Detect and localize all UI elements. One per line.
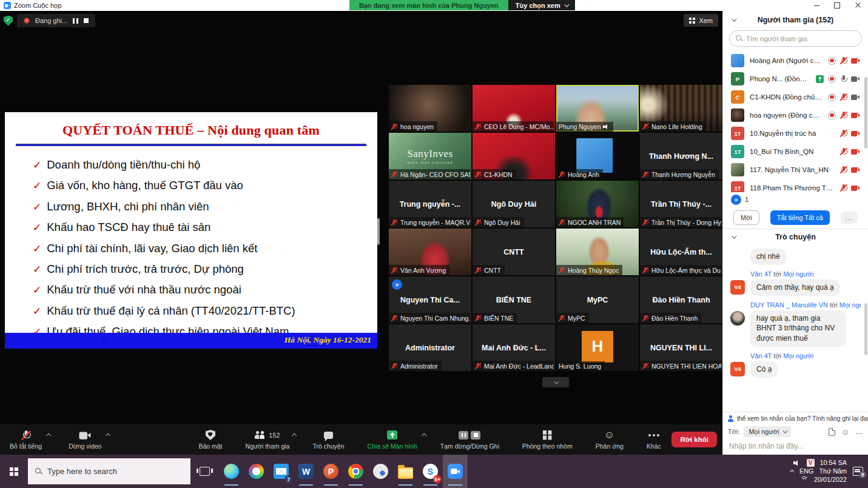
participants-scrollbar[interactable] [864, 77, 867, 149]
camera-icon [79, 431, 91, 440]
video-tile[interactable]: MyPC MyPC [556, 276, 639, 323]
close-button[interactable] [847, 0, 868, 11]
minimize-button[interactable] [806, 0, 827, 11]
muted-mic-icon [642, 267, 648, 273]
taskbar-app-word[interactable]: W [294, 455, 318, 488]
participants-button[interactable]: 152 Người tham gia [244, 430, 291, 450]
reactions-button[interactable]: ☺ Phản ứng [594, 430, 625, 450]
participants-list: Hoàng Anh (Người chủ trì) P Phung N... (… [723, 52, 868, 192]
view-button[interactable]: Xem [684, 14, 718, 27]
taskbar-app-edge[interactable] [219, 455, 244, 488]
video-tile[interactable]: Trần Thị Thúy -... Trần Thị Thúy - Dong … [640, 181, 722, 227]
clock-time[interactable]: 10:54 SA [820, 459, 847, 467]
video-tile[interactable]: Administrator Administrator [389, 324, 471, 371]
video-tile[interactable]: Hoàng Thúy Ngọc [556, 229, 639, 275]
mic-options-caret[interactable] [46, 433, 51, 438]
video-tile[interactable]: Hữu Lộc-Ẩm th... Hữu Lộc-Ẩm thực và Du .… [640, 229, 722, 275]
video-tile[interactable]: Vân Anh Vương [389, 229, 471, 275]
breakout-rooms-button[interactable]: Phòng theo nhóm [521, 430, 574, 450]
recipient-dropdown[interactable]: Mọi người [744, 426, 791, 437]
taskbar-app-zoom[interactable] [443, 455, 468, 488]
participants-panel-header: Người tham gia (152) [723, 11, 868, 29]
video-tile[interactable]: Nano Life Holding [640, 85, 722, 132]
video-tile[interactable]: SanyInves more than expected Hà Ngân- CE… [389, 133, 471, 179]
expand-badge[interactable]: » [731, 195, 741, 205]
taskbar-app-explorer[interactable] [393, 455, 418, 488]
participant-row[interactable]: 1T 118.Pham Thi Phương Thảo_hn [723, 179, 868, 192]
pane-resize-handle[interactable] [377, 218, 380, 245]
chat-button[interactable]: Trò chuyện [311, 430, 345, 450]
invite-button[interactable]: Mời [733, 210, 759, 225]
video-tile[interactable]: NGUYEN THI LI... NGUYEN THI LIEN HOA [640, 324, 722, 371]
unmute-button[interactable]: Bỏ tắt tiếng [8, 430, 43, 450]
taskbar-app-chrome[interactable] [343, 455, 368, 488]
taskbar-app-skype[interactable]: S5+ [418, 455, 443, 488]
stop-recording-button[interactable] [84, 18, 89, 23]
video-tile[interactable]: hoa nguyen [389, 85, 471, 132]
collapse-participants-icon[interactable] [732, 16, 736, 21]
language-indicator[interactable]: ENG [799, 467, 813, 475]
start-button[interactable] [0, 455, 28, 488]
file-attach-icon[interactable] [829, 428, 835, 436]
windows-logo-icon [10, 467, 18, 476]
taskbar-search[interactable] [28, 458, 190, 484]
avatar: 1T [731, 181, 744, 192]
pause-recording-button[interactable] [73, 18, 78, 24]
video-tile[interactable]: Ngô Duy Hải Ngô Duy Hải [473, 181, 555, 227]
clock-date[interactable]: 20/01/2022 [814, 476, 847, 484]
video-tile[interactable]: Hoàng Anh [556, 133, 639, 179]
video-tile[interactable]: » Nguyen Thi Ca... Nguyen Thi Cam Nhung.… [389, 276, 471, 323]
taskbar-app-powerpoint[interactable]: P [318, 455, 343, 488]
video-tile[interactable]: Mai Anh Đức - L... Mai Anh Đức - LeadLan… [473, 324, 555, 371]
task-view-icon[interactable] [200, 467, 210, 476]
video-tile[interactable]: H Hung S. Luong [556, 324, 639, 371]
participant-row[interactable]: 117. Nguyễn Thị Vân_HN [723, 161, 868, 179]
taskbar-app-widget[interactable] [368, 455, 393, 488]
participant-row[interactable]: Hoàng Anh (Người chủ trì) [723, 52, 868, 70]
chat-scrollbar[interactable] [864, 303, 867, 355]
notification-center-icon[interactable]: 9 [853, 467, 863, 476]
taskbar-app-paint[interactable] [244, 455, 269, 488]
share-options-caret[interactable] [422, 433, 426, 438]
video-tile[interactable]: Đào Hiền Thanh Đào Hiền Thanh [640, 276, 722, 323]
participant-row[interactable]: 1T 10.Nguyễn thị trúc hà [723, 124, 868, 142]
view-options-button[interactable]: Tùy chọn xem [508, 0, 575, 10]
more-button[interactable]: Khác [645, 430, 662, 450]
pause-stop-recording-button[interactable]: Tạm dừng/Dừng Ghi [439, 430, 500, 450]
tray-expand-icon[interactable] [790, 470, 794, 474]
video-tile-active-speaker[interactable]: Phung Nguyen [556, 85, 639, 132]
participant-row[interactable]: 1T 10_Bui Thị Bình_QN [723, 142, 868, 161]
participants-search[interactable] [729, 30, 862, 47]
speaker-icon[interactable] [793, 460, 801, 466]
taskbar-search-input[interactable] [47, 467, 183, 476]
taskbar-app-mail[interactable]: 7 [269, 455, 294, 488]
participant-row[interactable]: C C1-KHDN (Đồng chủ trì) [723, 88, 868, 106]
share-screen-button[interactable]: Chia sẻ Màn hình [366, 430, 419, 450]
stop-video-button[interactable]: Dừng video [67, 430, 103, 450]
participants-search-input[interactable] [746, 35, 855, 42]
maximize-button[interactable] [827, 0, 847, 11]
mute-all-button[interactable]: Tắt tiếng Tất cả [770, 210, 830, 225]
teamviewer-icon[interactable]: V [807, 459, 815, 467]
video-tile[interactable]: CNTT CNTT [473, 229, 555, 275]
emoji-icon[interactable]: ☺ [841, 428, 849, 436]
zoom-app-icon [4, 2, 11, 9]
leave-meeting-button[interactable]: Rời khỏi [671, 432, 717, 447]
chat-input[interactable] [729, 442, 862, 450]
chat-more-icon[interactable]: … [855, 427, 863, 436]
collapse-chat-icon[interactable] [732, 233, 736, 238]
participant-row[interactable]: P Phung N... (Đồng chủ trì) [723, 70, 868, 88]
security-button[interactable]: Bảo mật [197, 430, 223, 450]
video-tile[interactable]: C1-KHDN [473, 133, 555, 179]
participant-row[interactable]: hoa nguyen (Đồng chủ trì) [723, 106, 868, 124]
video-tile[interactable]: Thanh Hương N... Thanh Hương Nguyễn [640, 133, 722, 179]
video-tile[interactable]: BIẾN TNE BIẾN TNE [473, 276, 555, 323]
video-tile[interactable]: Trung nguyễn -... Trung nguyễn - MAQR.VN [389, 181, 471, 227]
collapse-gallery-button[interactable] [542, 377, 569, 387]
participants-caret[interactable] [292, 433, 297, 438]
video-tile[interactable]: NGOC ANH TRAN [556, 181, 639, 227]
wifi-icon[interactable] [799, 476, 809, 483]
video-options-caret[interactable] [106, 433, 110, 438]
video-tile[interactable]: CEO Lê Dung - MC/Mo... [473, 85, 555, 132]
participants-more-button[interactable]: ... [841, 212, 858, 224]
